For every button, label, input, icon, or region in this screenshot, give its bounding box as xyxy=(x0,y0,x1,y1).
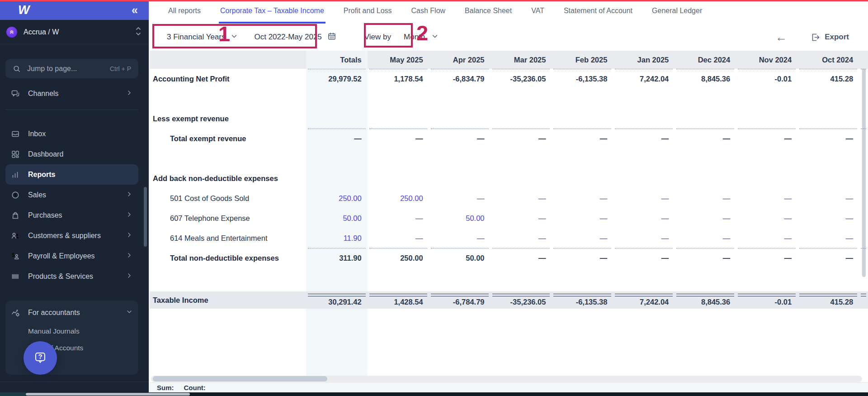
value-cell: — xyxy=(552,248,613,268)
export-button[interactable]: Export xyxy=(811,33,849,42)
workspace-selector[interactable]: Accrua / W xyxy=(0,20,149,44)
value-cell: -0.01 xyxy=(736,291,797,309)
tab-cash-flow[interactable]: Cash Flow xyxy=(410,0,447,24)
sidebar-item-purchases[interactable]: Purchases xyxy=(5,205,138,225)
search-icon xyxy=(13,65,21,73)
tab-all-reports[interactable]: All reports xyxy=(167,0,202,24)
sidebar-item-dashboard[interactable]: Dashboard xyxy=(5,144,138,164)
payroll-icon: $ xyxy=(11,252,20,261)
drilldown-value-cell[interactable]: — xyxy=(797,208,859,228)
drilldown-value-cell[interactable]: — xyxy=(613,208,675,228)
sidebar-item-reports[interactable]: Reports xyxy=(5,164,138,185)
drilldown-value-cell[interactable]: — xyxy=(552,208,613,228)
sidebar-item-payroll-employees[interactable]: $Payroll & Employees xyxy=(5,246,138,266)
drilldown-value-cell[interactable]: — xyxy=(368,228,429,248)
drilldown-value-cell[interactable]: — xyxy=(675,228,736,248)
partial-column-cell xyxy=(859,291,868,309)
tab-vat[interactable]: VAT xyxy=(530,0,546,24)
chevron-right-icon xyxy=(126,211,133,220)
value-cell: 1,428.54 xyxy=(368,291,429,309)
drilldown-value-cell[interactable]: — xyxy=(736,188,797,208)
sidebar-item-label: Dashboard xyxy=(28,150,133,158)
drilldown-value-cell[interactable]: — xyxy=(613,188,675,208)
value-cell: 311.90 xyxy=(306,248,368,268)
back-arrow-button[interactable]: ← xyxy=(775,31,787,43)
view-by-dropdown[interactable]: Month xyxy=(404,32,439,43)
value-cell: 250.00 xyxy=(368,248,429,268)
value-cell: — xyxy=(736,248,797,268)
workspace-switch-icon xyxy=(134,25,142,39)
tab-statement-of-account[interactable]: Statement of Account xyxy=(562,0,634,24)
value-cell xyxy=(306,168,368,188)
tab-general-ledger[interactable]: General Ledger xyxy=(651,0,703,24)
drilldown-value-cell[interactable]: — xyxy=(429,228,491,248)
sidebar-item-inbox[interactable]: Inbox xyxy=(5,124,138,144)
column-header-dec-2024: Dec 2024 xyxy=(675,51,736,69)
drilldown-value-cell[interactable]: — xyxy=(429,188,491,208)
drilldown-value-cell[interactable]: — xyxy=(675,188,736,208)
tab-balance-sheet[interactable]: Balance Sheet xyxy=(463,0,513,24)
taxable-income-table: TotalsMay 2025Apr 2025Mar 2025Feb 2025Ja… xyxy=(150,51,868,309)
drilldown-value-cell[interactable]: — xyxy=(736,208,797,228)
app-window: W « Accrua / W Jump to page... Ctrl + P … xyxy=(0,0,868,396)
drilldown-value-cell[interactable]: — xyxy=(491,208,552,228)
sidebar-item-for-accountants[interactable]: For accountants xyxy=(5,302,138,323)
sidebar-divider xyxy=(5,110,138,110)
help-button[interactable]: ? xyxy=(24,341,57,375)
drilldown-value-cell[interactable]: — xyxy=(797,188,859,208)
jump-to-page-search[interactable]: Jump to page... Ctrl + P xyxy=(5,59,138,78)
value-cell: — xyxy=(306,129,368,148)
date-range-picker[interactable]: Oct 2022-May 2025 xyxy=(254,32,336,43)
sidebar-item-channels[interactable]: Channels xyxy=(5,83,138,104)
sidebar-item-products-services[interactable]: Products & Services xyxy=(5,266,138,286)
view-by-label: View by xyxy=(364,33,391,42)
drilldown-value-cell[interactable]: — xyxy=(613,228,675,248)
tab-corporate-tax-taxable-income[interactable]: Corporate Tax – Taxable Income xyxy=(219,0,326,24)
sidebar-subitem-manual-journals[interactable]: Manual Journals xyxy=(5,323,138,339)
sidebar-item-customers-suppliers[interactable]: Customers & suppliers xyxy=(5,225,138,246)
drilldown-value-cell[interactable]: — xyxy=(797,228,859,248)
table-row-614-meals-and-entertainment: 614 Meals and Entertainment11.90———————— xyxy=(150,228,868,248)
sidebar-item-label: Payroll & Employees xyxy=(28,252,126,260)
drilldown-value-cell[interactable]: — xyxy=(736,228,797,248)
drilldown-value-cell[interactable]: — xyxy=(368,208,429,228)
summary-bar: Sum: Count: xyxy=(150,382,868,392)
sidebar-item-sales[interactable]: $Sales xyxy=(5,185,138,205)
window-horizontal-scrollbar xyxy=(0,392,868,396)
partial-column-cell xyxy=(859,109,868,129)
column-header-oct-2024: Oct 2024 xyxy=(797,51,859,69)
view-by-value: Month xyxy=(404,33,425,42)
value-cell: 8,845.36 xyxy=(675,69,736,89)
period-selector[interactable]: 3 Financial Years xyxy=(167,32,239,43)
drilldown-value-cell[interactable]: 50.00 xyxy=(429,208,491,228)
drilldown-value-cell[interactable]: — xyxy=(491,188,552,208)
sidebar-item-label: Products & Services xyxy=(28,272,126,281)
drilldown-value-cell[interactable]: — xyxy=(552,188,613,208)
drilldown-value-cell[interactable]: — xyxy=(552,228,613,248)
sidebar-scrollbar[interactable] xyxy=(144,187,147,247)
table-row-501-cost-of-goods-sold: 501 Cost of Goods Sold250.00250.00——————… xyxy=(150,188,868,208)
channels-icon xyxy=(11,89,20,98)
partial-column-cell xyxy=(859,129,868,148)
value-cell: 8,845.36 xyxy=(675,291,736,309)
table-row-taxable-income: Taxable Income30,291.421,428.54-6,784.79… xyxy=(150,291,868,309)
row-label: Less exempt revenue xyxy=(150,109,306,129)
drilldown-value-cell[interactable]: 11.90 xyxy=(306,228,368,248)
column-header-mar-2025: Mar 2025 xyxy=(491,51,552,69)
partial-column-cell xyxy=(859,228,868,248)
tab-profit-and-loss[interactable]: Profit and Loss xyxy=(342,0,393,24)
table-row-607-telephone-expense: 607 Telephone Expense50.00—50.00—————— xyxy=(150,208,868,228)
table-header-row: TotalsMay 2025Apr 2025Mar 2025Feb 2025Ja… xyxy=(150,51,868,69)
table-row-total-non-deductible-expenses: Total non-deductible expenses311.90250.0… xyxy=(150,248,868,268)
customers-icon xyxy=(11,231,20,240)
drilldown-value-cell[interactable]: 50.00 xyxy=(306,208,368,228)
drilldown-value-cell[interactable]: 250.00 xyxy=(368,188,429,208)
row-label: 607 Telephone Expense xyxy=(150,208,306,228)
horizontal-scrollbar-thumb[interactable] xyxy=(153,376,327,382)
drilldown-value-cell[interactable]: — xyxy=(491,228,552,248)
report-tabs: All reportsCorporate Tax – Taxable Incom… xyxy=(150,0,868,24)
sidebar-collapse-icon[interactable]: « xyxy=(132,5,138,16)
drilldown-value-cell[interactable]: 250.00 xyxy=(306,188,368,208)
drilldown-value-cell[interactable]: — xyxy=(675,208,736,228)
window-scrollbar-thumb[interactable] xyxy=(26,393,190,396)
